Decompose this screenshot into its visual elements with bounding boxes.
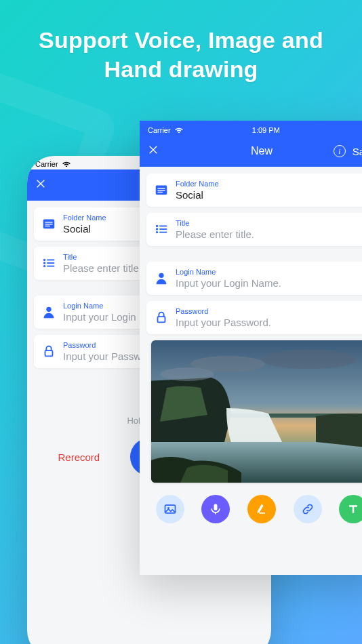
phone-front: Carrier 1:09 PM New i Save Folder Name S… [140,121,362,575]
close-icon[interactable] [148,144,159,158]
title-placeholder: Please enter title. [176,228,362,240]
attachment-action-row [146,489,362,533]
svg-rect-2 [45,224,53,224]
close-icon[interactable] [35,178,46,192]
svg-point-25 [159,273,163,278]
svg-rect-11 [45,350,53,356]
wifi-icon [62,160,71,168]
list-icon [41,256,56,270]
rerecord-button[interactable]: Rerecord [48,451,109,463]
folder-label: Folder Name [176,180,362,188]
svg-rect-33 [165,505,175,513]
promo-line2: Hand drawing [104,56,258,82]
nav-bar-front: New i Save [140,136,362,167]
folder-icon [41,216,56,231]
user-icon [154,270,169,285]
svg-rect-18 [158,192,163,193]
svg-point-10 [46,307,51,312]
lock-icon [154,310,169,325]
svg-point-6 [43,262,45,264]
title-label: Title [176,219,362,227]
svg-rect-5 [47,260,54,261]
user-icon [41,304,56,319]
folder-icon [154,182,169,197]
svg-point-23 [156,231,158,233]
password-label: Password [176,307,362,315]
folder-field[interactable]: Folder Name Social [146,174,362,207]
svg-point-32 [160,367,214,381]
nav-title: New [140,145,362,157]
wifi-icon [174,126,184,134]
svg-point-8 [43,265,45,267]
svg-rect-7 [47,262,54,264]
svg-rect-17 [158,190,165,190]
svg-rect-35 [214,504,218,510]
add-image-button[interactable] [156,495,184,523]
list-icon [154,222,169,237]
carrier-label: Carrier [35,160,58,168]
svg-rect-26 [158,317,165,322]
password-field[interactable]: Password Input your Password. [146,301,362,334]
login-label: Login Name [176,268,362,276]
promo-heading: Support Voice, Image and Hand drawing [0,26,362,83]
svg-rect-22 [159,228,167,230]
svg-rect-16 [158,188,165,188]
carrier-label: Carrier [148,126,171,134]
info-icon[interactable]: i [334,145,346,157]
svg-point-19 [156,225,158,227]
svg-point-21 [156,228,158,230]
svg-rect-24 [159,232,167,233]
add-link-button[interactable] [294,495,322,523]
attached-image[interactable] [151,340,362,483]
title-field[interactable]: Title Please enter title. [146,213,362,246]
promo-line1: Support Voice, Image and [39,27,323,53]
svg-point-31 [262,350,357,369]
svg-rect-3 [45,226,50,226]
login-field[interactable]: Login Name Input your Login Name. [146,262,362,295]
password-placeholder: Input your Password. [176,317,362,328]
svg-point-4 [43,259,45,261]
status-bar-front: Carrier 1:09 PM [140,121,362,136]
svg-rect-37 [260,512,265,514]
add-voice-button[interactable] [201,495,230,523]
add-drawing-button[interactable] [247,495,276,523]
svg-rect-20 [159,226,167,227]
add-text-button[interactable] [339,495,362,523]
svg-rect-9 [47,266,54,267]
svg-rect-1 [45,222,53,222]
lock-icon [41,344,56,359]
save-button[interactable]: Save [353,146,362,157]
status-time: 1:09 PM [252,126,280,134]
login-placeholder: Input your Login Name. [176,277,362,289]
folder-value: Social [176,189,362,201]
